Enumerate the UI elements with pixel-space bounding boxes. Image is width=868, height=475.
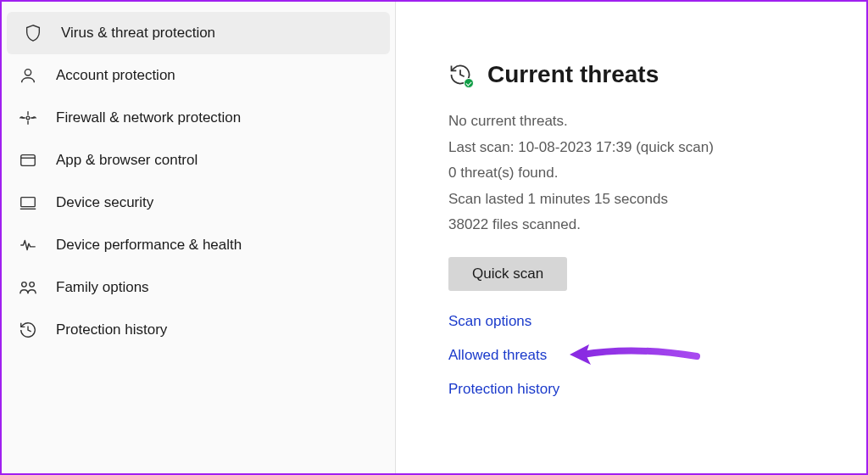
svg-point-0 (25, 70, 31, 75)
firewall-icon (19, 109, 37, 127)
sidebar-item-label: Family options (56, 279, 149, 296)
svg-point-6 (22, 282, 27, 288)
status-duration: Scan lasted 1 minutes 15 seconds (448, 187, 832, 213)
protection-history-link[interactable]: Protection history (448, 381, 832, 398)
sidebar-item-label: Account protection (56, 67, 175, 84)
sidebar-item-label: Firewall & network protection (56, 109, 241, 126)
sidebar-item-virus-threat[interactable]: Virus & threat protection (7, 12, 390, 54)
sidebar-item-account[interactable]: Account protection (2, 54, 395, 97)
status-last-scan: Last scan: 10-08-2023 17:39 (quick scan) (448, 135, 832, 161)
history-status-icon (448, 63, 472, 87)
sidebar-item-label: Device performance & health (56, 237, 242, 254)
family-icon (19, 278, 37, 297)
shield-icon (24, 24, 42, 42)
section-title: Current threats (487, 61, 659, 88)
sidebar-item-performance[interactable]: Device performance & health (2, 224, 395, 266)
check-badge-icon (464, 78, 474, 88)
svg-rect-4 (21, 198, 36, 207)
account-icon (19, 66, 37, 85)
sidebar-item-protection-history[interactable]: Protection history (2, 309, 395, 351)
sidebar-item-app-browser[interactable]: App & browser control (2, 139, 395, 182)
status-block: No current threats. Last scan: 10-08-202… (448, 109, 832, 238)
scan-options-link[interactable]: Scan options (448, 313, 832, 330)
app-container: Virus & threat protection Account protec… (2, 2, 866, 473)
history-icon (19, 321, 37, 339)
svg-point-1 (26, 116, 30, 120)
quick-scan-button[interactable]: Quick scan (448, 257, 567, 291)
sidebar-item-label: App & browser control (56, 152, 198, 169)
svg-rect-2 (21, 155, 36, 166)
main-content: Current threats No current threats. Last… (396, 2, 866, 473)
sidebar-item-family[interactable]: Family options (2, 266, 395, 309)
sidebar-item-firewall[interactable]: Firewall & network protection (2, 97, 395, 139)
status-files-scanned: 38022 files scanned. (448, 212, 832, 238)
sidebar-item-label: Virus & threat protection (61, 25, 215, 42)
status-no-threats: No current threats. (448, 109, 832, 135)
status-threats-found: 0 threat(s) found. (448, 160, 832, 187)
svg-point-7 (30, 282, 35, 288)
sidebar-item-label: Device security (56, 194, 153, 211)
sidebar-item-device-security[interactable]: Device security (2, 182, 395, 224)
link-list: Scan options Allowed threats Protection … (448, 313, 832, 398)
allowed-threats-link[interactable]: Allowed threats (448, 347, 832, 364)
app-browser-icon (19, 151, 37, 170)
section-header: Current threats (448, 61, 832, 88)
device-security-icon (19, 193, 37, 212)
sidebar-item-label: Protection history (56, 321, 167, 338)
sidebar: Virus & threat protection Account protec… (2, 2, 396, 473)
performance-icon (19, 236, 37, 254)
